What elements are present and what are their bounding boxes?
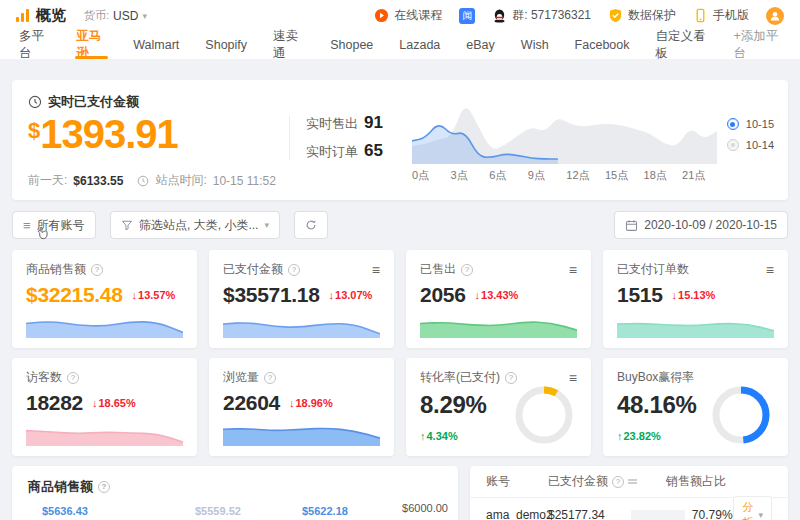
accounts-table-panel: 账号 已支付金额 ? 销售额占比 ama_demo2 $25177.34 70.… <box>470 466 788 520</box>
product-sales-chart-panel: 商品销售额 ? $5636.43 $5559.52 $5622.18 $6000… <box>12 466 458 520</box>
radio-icon <box>727 118 739 130</box>
site-filter-dropdown[interactable]: 筛选站点, 大类, 小类... ▾ <box>110 211 280 239</box>
site-time-label: 站点时间: <box>155 172 206 189</box>
delta-badge: ↓18.65% <box>92 397 136 409</box>
site-time-value: 10-15 11:52 <box>213 174 276 188</box>
dashboard-page: 概览 货币: USD ▾ 在线课程 闻 群: 571736321 数据保护 手机… <box>0 0 800 520</box>
card-value: 2056 <box>420 283 466 307</box>
tab-Shopify[interactable]: Shopify <box>192 31 260 59</box>
clock-icon <box>28 95 42 109</box>
delta-badge: ↓13.43% <box>475 289 519 301</box>
x-tick: 15点 <box>605 168 628 183</box>
tab-Walmart[interactable]: Walmart <box>120 31 192 59</box>
legend-radio-10-15[interactable]: 10-15 <box>727 118 774 130</box>
card-title: 转化率(已支付) <box>420 369 500 386</box>
share-bar <box>631 510 685 520</box>
qq-group-link[interactable]: 群: 571736321 <box>492 7 591 24</box>
list-icon: ≡ <box>23 218 31 233</box>
help-icon[interactable]: ? <box>288 264 300 276</box>
help-icon[interactable]: ? <box>98 481 110 493</box>
chevron-down-icon: ▾ <box>264 220 269 230</box>
trend-arrow-icon: ↑ <box>420 430 426 442</box>
y-axis-label: $6000.00 <box>402 502 448 514</box>
card-product-sales: 商品销售额 ? $32215.48 ↓13.57% <box>12 250 197 348</box>
card-value: $35571.18 <box>223 283 320 307</box>
data-protect-link[interactable]: 数据保护 <box>608 7 676 24</box>
card-value: 18282 <box>26 391 83 415</box>
card-buybox-rate: BuyBox赢得率 48.16% ↑23.82% <box>603 358 788 456</box>
x-tick: 3点 <box>451 168 468 183</box>
card-value: $32215.48 <box>26 283 123 307</box>
trend-arrow-icon: ↓ <box>132 289 138 301</box>
divider <box>289 116 290 160</box>
delta-badge: ↓18.96% <box>289 397 333 409</box>
mobile-version-link[interactable]: 手机版 <box>693 7 749 24</box>
bar-chart-logo-icon <box>16 9 29 22</box>
shield-check-icon <box>608 8 623 23</box>
trend-arrow-icon: ↓ <box>92 397 98 409</box>
realtime-amount: $1393.91 <box>28 112 178 157</box>
x-tick: 0点 <box>412 168 429 183</box>
menu-icon[interactable]: ≡ <box>766 263 774 277</box>
radio-icon <box>727 139 739 151</box>
table-row[interactable]: ama_demo2 $25177.34 70.79% 分析 ▾ <box>470 498 788 520</box>
tab-Facebook[interactable]: Facebook <box>562 31 643 59</box>
user-avatar[interactable] <box>766 7 784 25</box>
daily-sales-line-chart <box>42 514 398 520</box>
tab-Lazada[interactable]: Lazada <box>386 31 453 59</box>
filter-toolbar: ≡ 所有账号 筛选站点, 大类, 小类... ▾ 2020-10-09 / 20… <box>12 211 788 239</box>
card-title: 已支付金额 <box>223 261 283 278</box>
delta-badge: ↓15.13% <box>672 289 716 301</box>
card-conversion-rate: 转化率(已支付) ? ≡ 8.29% ↑4.34% <box>406 358 591 456</box>
online-course-link[interactable]: 在线课程 <box>374 7 442 24</box>
delta-badge: ↓13.57% <box>132 289 176 301</box>
clock-icon <box>137 175 149 187</box>
realtime-hourly-chart[interactable] <box>412 92 717 164</box>
realtime-sold-stat: 实时售出91 <box>306 113 383 133</box>
legend-radio-10-14[interactable]: 10-14 <box>727 139 774 151</box>
card-units-sold: 已售出 ? ≡ 2056 ↓13.43% <box>406 250 591 348</box>
x-tick: 21点 <box>682 168 705 183</box>
help-icon[interactable]: ? <box>67 372 79 384</box>
card-paid-amount: 已支付金额 ? ≡ $35571.18 ↓13.07% <box>209 250 394 348</box>
tab-速卖通[interactable]: 速卖通 <box>260 31 317 59</box>
realtime-title: 实时已支付金额 <box>48 93 139 111</box>
trend-arrow-icon: ↓ <box>475 289 481 301</box>
column-paid-amount[interactable]: 已支付金额 <box>548 473 608 490</box>
help-icon[interactable]: ? <box>612 476 624 488</box>
currency-selector[interactable]: 货币: USD ▾ <box>84 8 147 23</box>
analyze-button[interactable]: 分析 ▾ <box>733 496 772 520</box>
tab-亚马逊[interactable]: 亚马逊 <box>63 31 120 59</box>
help-icon[interactable]: ? <box>505 372 517 384</box>
sort-icon[interactable] <box>628 479 637 485</box>
card-title: 已售出 <box>420 261 456 278</box>
help-icon[interactable]: ? <box>264 372 276 384</box>
chevron-down-icon: ▾ <box>142 11 147 21</box>
trend-arrow-icon: ↓ <box>329 289 335 301</box>
realtime-panel: 实时已支付金额 $1393.91 前一天: $6133.55 站点时间: 10-… <box>12 80 788 200</box>
metric-cards-grid: 商品销售额 ? $32215.48 ↓13.57% 已支付金额 ? ≡ $355… <box>12 250 788 456</box>
tab-Wish[interactable]: Wish <box>508 31 562 59</box>
column-sales-share[interactable]: 销售额占比 <box>666 473 726 490</box>
tab-自定义看板[interactable]: 自定义看板 <box>643 31 721 59</box>
tab-eBay[interactable]: eBay <box>453 31 508 59</box>
tab-多平台[interactable]: 多平台 <box>6 31 63 59</box>
add-platform-button[interactable]: +添加平台 <box>720 31 794 59</box>
tab-Shopee[interactable]: Shopee <box>317 31 386 59</box>
date-range-picker[interactable]: 2020-10-09 / 2020-10-15 <box>614 211 788 239</box>
help-icon[interactable]: ? <box>461 264 473 276</box>
menu-icon[interactable]: ≡ <box>372 263 380 277</box>
sparkline-chart <box>617 310 774 338</box>
refresh-button[interactable] <box>294 211 328 239</box>
platform-tabbar: 多平台亚马逊WalmartShopify速卖通ShopeeLazadaeBayW… <box>0 31 800 60</box>
column-account[interactable]: 账号 <box>486 473 548 490</box>
news-icon[interactable]: 闻 <box>459 8 475 24</box>
trend-arrow-icon: ↑ <box>617 430 623 442</box>
menu-icon[interactable]: ≡ <box>569 371 577 385</box>
sparkline-chart <box>26 310 183 338</box>
card-title: 访客数 <box>26 369 62 386</box>
menu-icon[interactable]: ≡ <box>569 263 577 277</box>
all-accounts-button[interactable]: ≡ 所有账号 <box>12 211 96 239</box>
funnel-icon <box>121 219 133 231</box>
help-icon[interactable]: ? <box>91 264 103 276</box>
